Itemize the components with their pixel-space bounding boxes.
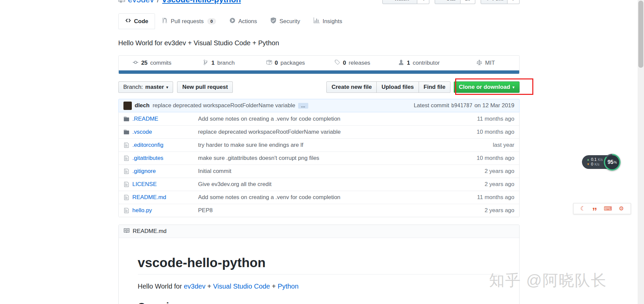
- repo-icon: [118, 0, 125, 5]
- watch-label: Watch: [394, 0, 409, 1]
- file-name-link[interactable]: .gitattributes: [132, 155, 164, 161]
- commit-ellipsis-button[interactable]: …: [298, 103, 308, 109]
- gear-icon[interactable]: ⚙: [619, 206, 624, 211]
- tab-insights-label: Insights: [323, 18, 342, 25]
- breadcrumb-owner-link[interactable]: ev3dev: [128, 0, 154, 4]
- file-name-link[interactable]: .vscode: [132, 129, 152, 135]
- gauge-value: 95 %: [605, 155, 619, 169]
- file-name-link[interactable]: README.md: [132, 194, 166, 200]
- file-age: last year: [449, 142, 519, 148]
- scrollbar-track[interactable]: [638, 0, 644, 304]
- commit-author-link[interactable]: dlech: [135, 102, 150, 109]
- watch-button[interactable]: Watch ▾: [382, 0, 417, 4]
- readme-subheading-partial: Overview: [138, 301, 500, 304]
- clone-or-download-button[interactable]: Clone or download ▾: [454, 81, 520, 93]
- commit-sha-link[interactable]: b941787: [451, 103, 472, 109]
- file-icon: [123, 207, 132, 214]
- commit-icon: [132, 59, 139, 67]
- pull-requests-counter: 0: [207, 18, 216, 24]
- language-bar-python[interactable]: [119, 70, 519, 74]
- file-commit-message-link[interactable]: Add some notes on creating a .venv for c…: [198, 116, 340, 122]
- file-commit-message-link[interactable]: replace deprecated workspaceRootFolderNa…: [198, 129, 341, 135]
- stat-packages[interactable]: 0 packages: [252, 59, 319, 67]
- stat-commits[interactable]: 25 commits: [119, 59, 185, 67]
- readme-body: vscode-hello-python Hello World for ev3d…: [119, 238, 519, 304]
- readme-section: README.md vscode-hello-python Hello Worl…: [118, 225, 520, 304]
- file-name-link[interactable]: .README: [132, 116, 158, 122]
- chevron-down-icon: ▾: [166, 85, 168, 89]
- latest-commit-bar: dlech replace deprecated workspaceRootFo…: [118, 99, 520, 112]
- stat-releases[interactable]: 0 releases: [319, 59, 386, 67]
- avatar[interactable]: [123, 102, 132, 110]
- stat-contributors[interactable]: 1 contributor: [386, 59, 452, 67]
- readme-heading: vscode-hello-python: [138, 255, 500, 275]
- tab-insights[interactable]: Insights: [307, 13, 349, 29]
- file-name-link[interactable]: .gitignore: [132, 168, 156, 174]
- repo-tabs: Code Pull requests 0 Actions Security In…: [118, 13, 520, 29]
- tab-security[interactable]: Security: [264, 13, 307, 29]
- tab-pull-requests[interactable]: Pull requests 0: [155, 13, 223, 29]
- memory-gauge-widget[interactable]: 95 %: [604, 154, 621, 171]
- new-pull-request-button[interactable]: New pull request: [177, 81, 233, 93]
- file-table: .README Add some notes on creating a .ve…: [118, 112, 520, 217]
- law-icon: [476, 59, 482, 67]
- breadcrumb: ev3dev / vscode-hello-python: [118, 0, 241, 5]
- repo-stats: 25 commits 1 branch 0 packages 0 release…: [119, 56, 519, 70]
- file-commit-message-link[interactable]: try harder to make sure line endings are…: [198, 142, 304, 148]
- star-count[interactable]: 16: [461, 0, 475, 4]
- star-button[interactable]: Star: [435, 0, 461, 4]
- tag-icon: [334, 59, 340, 67]
- eye-icon: [387, 0, 392, 2]
- file-age: 2 years ago: [449, 168, 519, 175]
- commit-meta: Latest commit b941787 on 12 Mar 2019: [414, 102, 514, 109]
- book-icon: [123, 228, 129, 235]
- table-row: .editorconfig try harder to make sure li…: [119, 138, 519, 151]
- breadcrumb-repo-link[interactable]: vscode-hello-python: [162, 0, 241, 4]
- branch-name: master: [145, 84, 164, 90]
- breadcrumb-separator: /: [157, 0, 159, 4]
- repo-page: ev3dev / vscode-hello-python Watch ▾ 4: [118, 0, 520, 304]
- upload-arrow-icon: ▲: [587, 158, 590, 162]
- pagehead: ev3dev / vscode-hello-python Watch ▾ 4: [118, 0, 520, 5]
- tab-actions[interactable]: Actions: [223, 13, 264, 29]
- find-file-button[interactable]: Find file: [419, 81, 450, 93]
- chevron-down-icon: ▾: [513, 85, 515, 89]
- upload-files-button[interactable]: Upload files: [376, 81, 419, 93]
- keyboard-icon[interactable]: ⌨: [604, 206, 612, 211]
- stat-license[interactable]: MIT: [452, 59, 519, 67]
- commit-message-link[interactable]: replace deprecated workspaceRootFolderNa…: [153, 102, 295, 109]
- moon-icon[interactable]: ☾: [580, 206, 585, 211]
- table-row: .vscode replace deprecated workspaceRoot…: [119, 125, 519, 138]
- file-name-link[interactable]: .editorconfig: [132, 142, 164, 148]
- ev3dev-link[interactable]: ev3dev: [184, 283, 206, 290]
- stat-branches[interactable]: 1 branch: [185, 59, 252, 67]
- readme-filename: README.md: [133, 228, 167, 235]
- file-age: 10 months ago: [449, 129, 519, 135]
- shield-icon: [270, 17, 276, 25]
- fork-button[interactable]: Fork: [481, 0, 508, 4]
- file-commit-message-link[interactable]: Give ev3dev.org all the credit: [198, 181, 272, 187]
- tab-code[interactable]: Code: [118, 13, 155, 29]
- vscode-link[interactable]: Visual Studio Code: [213, 283, 270, 290]
- file-age: 2 years ago: [449, 181, 519, 188]
- file-commit-message-link[interactable]: make sure .gitattributes doesn't corrupt…: [198, 155, 319, 161]
- watch-count[interactable]: 4: [417, 0, 429, 4]
- star-group: Star 16: [435, 0, 475, 4]
- python-link[interactable]: Python: [278, 283, 299, 290]
- file-commit-message-link[interactable]: PEP8: [198, 207, 213, 214]
- download-arrow-icon: ▼: [587, 162, 590, 167]
- table-row: .gitignore Initial commit 2 years ago: [119, 165, 519, 178]
- fork-count[interactable]: 7: [507, 0, 519, 4]
- file-icon: [123, 194, 132, 200]
- scrollbar-thumb[interactable]: [638, 1, 643, 68]
- tab-code-label: Code: [134, 18, 149, 25]
- branch-icon: [203, 59, 209, 67]
- file-commit-message-link[interactable]: Add some notes on creating a .venv for c…: [198, 194, 340, 200]
- create-new-file-button[interactable]: Create new file: [326, 81, 377, 93]
- file-name-link[interactable]: LICENSE: [132, 181, 157, 187]
- file-nav-right: Create new file Upload files Find file C…: [326, 81, 519, 93]
- branch-select-button[interactable]: Branch: master ▾: [118, 81, 173, 93]
- file-commit-message-link[interactable]: Initial commit: [198, 168, 231, 174]
- file-name-link[interactable]: hello.py: [132, 207, 152, 214]
- table-row: .gitattributes make sure .gitattributes …: [119, 151, 519, 165]
